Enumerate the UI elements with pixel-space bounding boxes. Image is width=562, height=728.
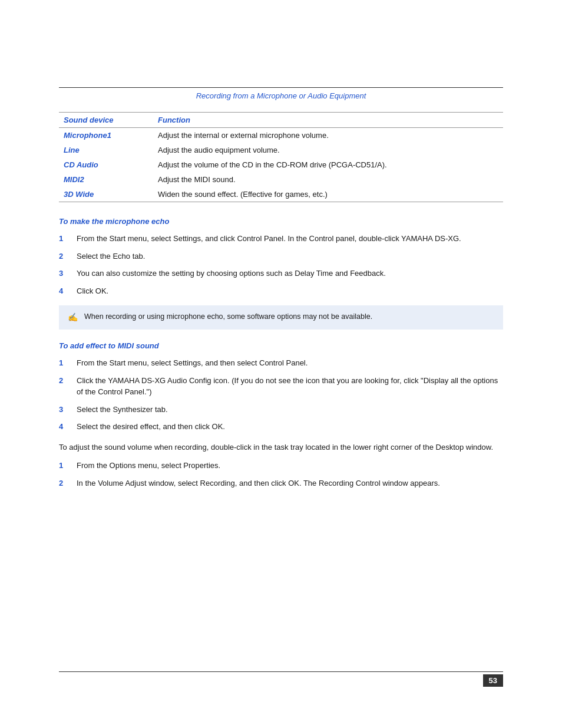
- list-item: 3 You can also customize the setting by …: [59, 268, 503, 279]
- step-number: 4: [59, 285, 77, 297]
- step-number: 1: [59, 357, 77, 369]
- step-text: Select the desired effect, and then clic…: [77, 421, 503, 433]
- step-text: From the Start menu, select Settings, an…: [77, 233, 503, 245]
- list-item: 4 Select the desired effect, and then cl…: [59, 421, 503, 433]
- table-cell-device: 3D Wide: [59, 187, 153, 202]
- step-number: 2: [59, 251, 77, 262]
- table-cell-device: Line: [59, 143, 153, 157]
- content-area: Recording from a Microphone or Audio Equ…: [59, 91, 503, 498]
- table-row: CD Audio Adjust the volume of the CD in …: [59, 157, 503, 172]
- list-item: 3 Select the Synthesizer tab.: [59, 404, 503, 416]
- section1-heading: To make the microphone echo: [59, 217, 503, 226]
- step-number: 2: [59, 375, 77, 398]
- step-text: In the Volume Adjust window, select Reco…: [77, 477, 503, 489]
- table-row: Microphone1 Adjust the internal or exter…: [59, 128, 503, 143]
- table-cell-function: Widen the sound effect. (Effective for g…: [153, 187, 503, 202]
- step-number: 3: [59, 268, 77, 279]
- section2-heading: To add effect to MIDI sound: [59, 341, 503, 350]
- section3-steps-list: 1 From the Options menu, select Properti…: [59, 460, 503, 489]
- table-cell-device: CD Audio: [59, 157, 153, 172]
- list-item: 2 Select the Echo tab.: [59, 251, 503, 262]
- step-text: You can also customize the setting by ch…: [77, 268, 503, 279]
- table-row: Line Adjust the audio equipment volume.: [59, 143, 503, 157]
- page-number: 53: [483, 674, 503, 687]
- list-item: 1 From the Start menu, select Settings, …: [59, 357, 503, 369]
- table-row: MIDI2 Adjust the MIDI sound.: [59, 172, 503, 187]
- step-text: Select the Echo tab.: [77, 251, 503, 262]
- list-item: 1 From the Options menu, select Properti…: [59, 460, 503, 472]
- table-header-function: Function: [153, 113, 503, 128]
- table-cell-device: MIDI2: [59, 172, 153, 187]
- step-number: 1: [59, 460, 77, 472]
- bottom-border-line: [59, 671, 503, 673]
- step-text: Click OK.: [77, 285, 503, 297]
- list-item: 4 Click OK.: [59, 285, 503, 297]
- note-icon: ✍: [68, 311, 80, 324]
- sound-device-table: Sound device Function Microphone1 Adjust…: [59, 112, 503, 202]
- step-number: 2: [59, 477, 77, 489]
- step-number: 3: [59, 404, 77, 416]
- list-item: 1 From the Start menu, select Settings, …: [59, 233, 503, 245]
- step-text: Select the Synthesizer tab.: [77, 404, 503, 416]
- table-cell-function: Adjust the MIDI sound.: [153, 172, 503, 187]
- section2-steps-list: 1 From the Start menu, select Settings, …: [59, 357, 503, 433]
- step-text: From the Start menu, select Settings, an…: [77, 357, 503, 369]
- table-cell-function: Adjust the audio equipment volume.: [153, 143, 503, 157]
- section3-intro: To adjust the sound volume when recordin…: [59, 442, 503, 453]
- step-text: From the Options menu, select Properties…: [77, 460, 503, 472]
- table-cell-function: Adjust the internal or external micropho…: [153, 128, 503, 143]
- note-text: When recording or using microphone echo,…: [84, 311, 372, 322]
- table-header-device: Sound device: [59, 113, 153, 128]
- section1-steps-list: 1 From the Start menu, select Settings, …: [59, 233, 503, 297]
- note-box: ✍ When recording or using microphone ech…: [59, 305, 503, 330]
- top-border-line: [59, 87, 503, 88]
- step-number: 4: [59, 421, 77, 433]
- table-cell-function: Adjust the volume of the CD in the CD-RO…: [153, 157, 503, 172]
- list-item: 2 In the Volume Adjust window, select Re…: [59, 477, 503, 489]
- list-item: 2 Click the YAMAHA DS-XG Audio Config ic…: [59, 375, 503, 398]
- page-title: Recording from a Microphone or Audio Equ…: [59, 91, 503, 100]
- step-number: 1: [59, 233, 77, 245]
- step-text: Click the YAMAHA DS-XG Audio Config icon…: [77, 375, 503, 398]
- table-row: 3D Wide Widen the sound effect. (Effecti…: [59, 187, 503, 202]
- table-cell-device: Microphone1: [59, 128, 153, 143]
- page-container: Recording from a Microphone or Audio Equ…: [0, 0, 562, 728]
